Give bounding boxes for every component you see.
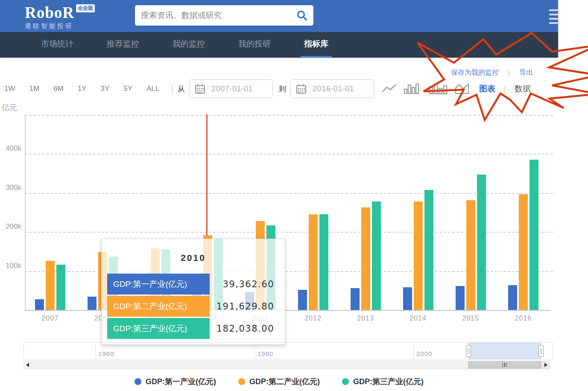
- bar-2007-series1[interactable]: [35, 299, 44, 310]
- tooltip-title: 2010: [102, 253, 285, 263]
- x-tick-label-2012: 2012: [296, 315, 330, 322]
- starburst-annotation: [0, 0, 588, 391]
- navigator-tick: [95, 343, 96, 359]
- navigator-left-handle[interactable]: [466, 345, 471, 357]
- bar-2014-series3[interactable]: [424, 190, 433, 310]
- bar-2007-series2[interactable]: [46, 261, 55, 310]
- save-to-monitor-link[interactable]: 保存为我的监控: [451, 68, 499, 77]
- search-input[interactable]: [135, 11, 290, 20]
- bar-2016-series2[interactable]: [519, 194, 528, 310]
- y-axis-unit-label: 亿元: [2, 102, 17, 113]
- calendar-icon: [195, 84, 205, 94]
- app-logo[interactable]: RoboR企业版 通联智能投研: [25, 3, 95, 30]
- y-axis-line: [25, 114, 26, 310]
- right-arrow-icon: [544, 363, 547, 367]
- logo-subtitle: 通联智能投研: [25, 22, 95, 30]
- range-button-3y[interactable]: 3Y: [101, 85, 110, 93]
- left-arrow-icon: [26, 363, 29, 367]
- navigator-tick-label: 2000: [416, 350, 432, 357]
- y-tick-label: 300k: [0, 184, 21, 192]
- hamburger-icon: [549, 9, 559, 11]
- search-icon: [296, 10, 307, 21]
- view-data-tab[interactable]: 数据: [515, 83, 531, 94]
- to-date-picker[interactable]: 2016-01-01: [290, 79, 374, 98]
- area-chart-icon[interactable]: [455, 83, 469, 94]
- navigator-left-edge: [23, 343, 24, 359]
- x-tick-label-2016: 2016: [506, 315, 540, 322]
- hover-crosshair-line: [206, 114, 208, 236]
- bar-2015-series1[interactable]: [456, 286, 465, 310]
- y-tick-label: 200k: [0, 222, 21, 231]
- bar-2012-series2[interactable]: [309, 214, 318, 310]
- legend-dot: [135, 378, 141, 385]
- range-button-5y[interactable]: 5Y: [123, 85, 132, 93]
- bar-2008-series1[interactable]: [88, 297, 97, 310]
- navigator-tick-label: 1980: [257, 350, 273, 357]
- main-nav: 市场统计推荐监控我的监控我的投研指标库: [0, 32, 558, 58]
- range-button-all[interactable]: ALL: [146, 85, 159, 93]
- range-button-1y[interactable]: 1Y: [78, 85, 87, 93]
- tooltip-value: 191,629.80: [210, 301, 279, 312]
- scrollbar-thumb[interactable]: [468, 361, 541, 369]
- links-divider: |: [508, 69, 510, 77]
- gridline-400000: [25, 154, 553, 155]
- scroll-right-button[interactable]: [542, 361, 550, 369]
- bar-2014-series1[interactable]: [403, 287, 412, 310]
- horizontal-scrollbar[interactable]: [23, 361, 550, 369]
- chart-type-switcher: [382, 83, 477, 94]
- search-button[interactable]: [290, 5, 313, 26]
- toolbar-divider: |: [171, 83, 173, 94]
- page: RoboR企业版 通联智能投研 市场统计推荐监控我的监控我的投研指标库 保存为我…: [0, 0, 588, 391]
- calendar-icon: [296, 84, 307, 94]
- bar-2012-series1[interactable]: [298, 290, 307, 310]
- export-link[interactable]: 导出: [519, 68, 533, 77]
- tooltip-row-3: GDP:第三产业(亿元)182,038.00: [107, 318, 279, 339]
- legend-item-2[interactable]: GDP:第二产业(亿元): [238, 376, 320, 387]
- bar-2007-series3[interactable]: [56, 265, 65, 310]
- tooltip-row-2: GDP:第二产业(亿元)191,629.80: [107, 296, 279, 317]
- navigator-selected-range[interactable]: [468, 343, 541, 359]
- tooltip-series-chip: GDP:第三产业(亿元): [107, 318, 210, 339]
- logo-title: RoboR: [25, 4, 74, 21]
- bar-2014-series2[interactable]: [414, 201, 423, 310]
- bar-2015-series2[interactable]: [466, 200, 475, 310]
- bar-2012-series3[interactable]: [319, 214, 328, 310]
- bar-2013-series2[interactable]: [361, 207, 370, 310]
- chart-toolbar: 1W1M6M1Y3Y5YALL | 从 2007-01-01 到: [4, 79, 531, 99]
- navigator-right-edge: [553, 343, 553, 359]
- bar-2013-series3[interactable]: [372, 201, 381, 310]
- view-chart-tab[interactable]: 图表: [479, 83, 495, 94]
- nav-tab-4[interactable]: 我的投研: [235, 32, 274, 58]
- nav-tab-5[interactable]: 指标库: [301, 32, 332, 58]
- bar-2016-series3[interactable]: [529, 160, 538, 310]
- tooltip-value: 39,362.60: [210, 279, 279, 289]
- range-button-6m[interactable]: 6M: [53, 85, 64, 93]
- range-navigator[interactable]: 196019802000: [23, 342, 553, 359]
- legend-item-3[interactable]: GDP:第三产业(亿元): [342, 376, 424, 387]
- legend-dot: [238, 378, 245, 385]
- search-box: [135, 5, 314, 26]
- legend-item-1[interactable]: GDP:第一产业(亿元): [135, 376, 216, 387]
- action-links: 保存为我的监控 | 导出: [451, 68, 533, 77]
- view-divider: |: [504, 84, 506, 93]
- from-label: 从: [178, 84, 185, 94]
- bar-chart-icon[interactable]: [429, 83, 448, 94]
- from-date-picker[interactable]: 2007-01-01: [189, 79, 273, 98]
- line-chart-icon[interactable]: [382, 84, 396, 94]
- column-chart-icon[interactable]: [404, 83, 421, 94]
- scroll-left-button[interactable]: [24, 361, 32, 369]
- x-tick-label-2015: 2015: [453, 315, 488, 322]
- nav-tab-3[interactable]: 我的监控: [169, 32, 208, 58]
- bar-2015-series3[interactable]: [477, 175, 486, 310]
- tooltip-series-chip: GDP:第二产业(亿元): [107, 296, 210, 317]
- range-button-1w[interactable]: 1W: [4, 85, 15, 93]
- gridline-300000: [25, 193, 553, 194]
- range-button-1m[interactable]: 1M: [29, 85, 40, 93]
- menu-button[interactable]: [549, 9, 559, 24]
- x-tick-label-2007: 2007: [33, 315, 67, 322]
- navigator-right-handle[interactable]: [538, 345, 544, 357]
- bar-2016-series1[interactable]: [508, 285, 517, 310]
- nav-tab-2[interactable]: 推荐监控: [103, 32, 143, 58]
- bar-2013-series1[interactable]: [351, 288, 360, 310]
- nav-tab-1[interactable]: 市场统计: [38, 32, 77, 58]
